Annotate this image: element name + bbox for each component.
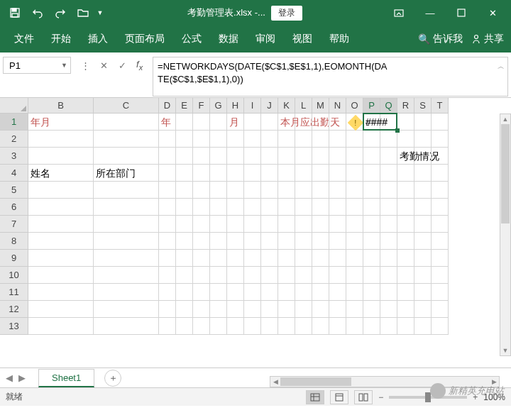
cell-H9[interactable] bbox=[227, 250, 244, 267]
col-header-F[interactable]: F bbox=[193, 98, 210, 114]
cell-K5[interactable] bbox=[278, 182, 295, 199]
cell-O4[interactable] bbox=[346, 165, 363, 182]
save-icon[interactable] bbox=[4, 3, 26, 23]
cell-H6[interactable] bbox=[227, 199, 244, 216]
cell-G2[interactable] bbox=[210, 131, 227, 148]
row-header-7[interactable]: 7 bbox=[0, 216, 28, 233]
col-header-H[interactable]: H bbox=[227, 98, 244, 114]
cell-S11[interactable] bbox=[414, 284, 432, 301]
cell-B8[interactable] bbox=[28, 233, 94, 250]
cell-G1[interactable] bbox=[210, 114, 227, 131]
open-icon[interactable] bbox=[72, 3, 94, 23]
cell-D8[interactable] bbox=[159, 233, 176, 250]
cell-O2[interactable] bbox=[346, 131, 363, 148]
chevron-down-icon[interactable]: ▼ bbox=[61, 62, 67, 69]
cell-P2[interactable] bbox=[363, 131, 380, 148]
cell-L4[interactable] bbox=[295, 165, 312, 182]
col-header-G[interactable]: G bbox=[210, 98, 227, 114]
tab-layout[interactable]: 页面布局 bbox=[118, 29, 172, 49]
cell-B7[interactable] bbox=[28, 216, 94, 233]
tell-me-search[interactable]: 🔍 告诉我 bbox=[418, 33, 463, 45]
cell-O8[interactable] bbox=[346, 233, 363, 250]
cell-T1[interactable] bbox=[432, 114, 449, 131]
cell-Q2[interactable] bbox=[380, 131, 397, 148]
cell-P13[interactable] bbox=[363, 318, 380, 335]
cell-P7[interactable] bbox=[363, 216, 380, 233]
spreadsheet-grid[interactable]: BCDEFGHIJKLMNOPQRST 12345678910111213 年月… bbox=[0, 98, 511, 368]
cell-D13[interactable] bbox=[159, 318, 176, 335]
cell-N2[interactable] bbox=[329, 131, 346, 148]
cell-L10[interactable] bbox=[295, 267, 312, 284]
cell-G6[interactable] bbox=[210, 199, 227, 216]
cell-G8[interactable] bbox=[210, 233, 227, 250]
cell-G11[interactable] bbox=[210, 284, 227, 301]
expand-dots-icon[interactable]: ⋮ bbox=[77, 57, 94, 74]
cell-E1[interactable] bbox=[176, 114, 193, 131]
cell-N13[interactable] bbox=[329, 318, 346, 335]
cell-S2[interactable] bbox=[414, 131, 432, 148]
cell-C2[interactable] bbox=[94, 131, 159, 148]
cell-Q4[interactable] bbox=[380, 165, 397, 182]
cell-N9[interactable] bbox=[329, 250, 346, 267]
cell-K8[interactable] bbox=[278, 233, 295, 250]
cell-E2[interactable] bbox=[176, 131, 193, 148]
cell-J6[interactable] bbox=[261, 199, 278, 216]
cell-O11[interactable] bbox=[346, 284, 363, 301]
cell-T9[interactable] bbox=[432, 250, 449, 267]
cell-R3[interactable]: 考勤情况 bbox=[397, 148, 414, 165]
cell-R10[interactable] bbox=[397, 267, 414, 284]
cell-E13[interactable] bbox=[176, 318, 193, 335]
cell-S3[interactable] bbox=[414, 148, 432, 165]
cell-C6[interactable] bbox=[94, 199, 159, 216]
cell-K4[interactable] bbox=[278, 165, 295, 182]
cell-S4[interactable] bbox=[414, 165, 432, 182]
cell-I2[interactable] bbox=[244, 131, 261, 148]
cell-L6[interactable] bbox=[295, 199, 312, 216]
cell-M3[interactable] bbox=[312, 148, 329, 165]
cell-G9[interactable] bbox=[210, 250, 227, 267]
cell-N3[interactable] bbox=[329, 148, 346, 165]
cell-N12[interactable] bbox=[329, 301, 346, 318]
col-header-N[interactable]: N bbox=[329, 98, 346, 114]
cell-O9[interactable] bbox=[346, 250, 363, 267]
cell-D1[interactable]: 年 bbox=[159, 114, 176, 131]
cell-R8[interactable] bbox=[397, 233, 414, 250]
cell-S8[interactable] bbox=[414, 233, 432, 250]
page-break-view-icon[interactable] bbox=[354, 390, 373, 404]
cell-F3[interactable] bbox=[193, 148, 210, 165]
cell-B4[interactable]: 姓名 bbox=[28, 165, 94, 182]
cell-S10[interactable] bbox=[414, 267, 432, 284]
cell-T5[interactable] bbox=[432, 182, 449, 199]
cell-K13[interactable] bbox=[278, 318, 295, 335]
cell-I9[interactable] bbox=[244, 250, 261, 267]
cell-Q11[interactable] bbox=[380, 284, 397, 301]
col-header-D[interactable]: D bbox=[159, 98, 176, 114]
cell-B13[interactable] bbox=[28, 318, 94, 335]
cell-S1[interactable] bbox=[414, 114, 432, 131]
cell-T7[interactable] bbox=[432, 216, 449, 233]
normal-view-icon[interactable] bbox=[306, 390, 324, 404]
minimize-icon[interactable]: — bbox=[416, 3, 444, 23]
cell-K3[interactable] bbox=[278, 148, 295, 165]
cell-H10[interactable] bbox=[227, 267, 244, 284]
ribbon-options-icon[interactable] bbox=[385, 3, 413, 23]
cell-H7[interactable] bbox=[227, 216, 244, 233]
tab-formulas[interactable]: 公式 bbox=[175, 29, 209, 49]
cell-N4[interactable] bbox=[329, 165, 346, 182]
cell-B3[interactable] bbox=[28, 148, 94, 165]
cell-I3[interactable] bbox=[244, 148, 261, 165]
row-header-2[interactable]: 2 bbox=[0, 131, 28, 148]
scroll-left-icon[interactable]: ◀ bbox=[270, 377, 280, 387]
tab-view[interactable]: 视图 bbox=[285, 29, 319, 49]
cell-C7[interactable] bbox=[94, 216, 159, 233]
cell-B10[interactable] bbox=[28, 267, 94, 284]
cell-C1[interactable] bbox=[94, 114, 159, 131]
cell-J8[interactable] bbox=[261, 233, 278, 250]
cell-L1[interactable] bbox=[295, 114, 312, 131]
cell-G13[interactable] bbox=[210, 318, 227, 335]
cell-N11[interactable] bbox=[329, 284, 346, 301]
cell-M11[interactable] bbox=[312, 284, 329, 301]
cell-P12[interactable] bbox=[363, 301, 380, 318]
cell-D2[interactable] bbox=[159, 131, 176, 148]
cell-D3[interactable] bbox=[159, 148, 176, 165]
